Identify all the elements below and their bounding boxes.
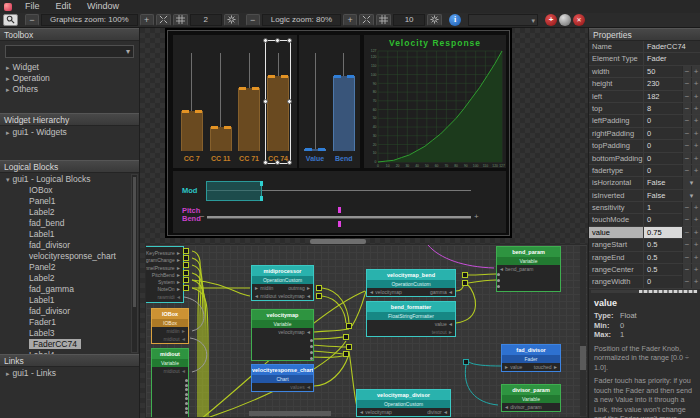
selection-handle[interactable]	[263, 38, 268, 43]
info-icon[interactable]: i	[449, 14, 461, 26]
logical-block-label2[interactable]: Label2	[0, 207, 139, 218]
stepper-minus-button[interactable]: −	[682, 128, 691, 140]
property-value[interactable]: FaderCC74	[643, 41, 700, 52]
node-graph-vertical-scrollbar[interactable]	[580, 246, 586, 416]
pitch-bend-plus[interactable]: +	[474, 212, 479, 221]
selection-handle[interactable]	[275, 38, 280, 43]
tree-expand-icon[interactable]: ▸	[6, 370, 10, 377]
property-value[interactable]: 0	[643, 165, 682, 177]
property-value[interactable]: 0	[643, 140, 682, 152]
property-row-isinverted[interactable]: isInvertedFalse▾	[589, 190, 700, 202]
node-bend_formatter[interactable]: bend_formatterFloatStringFormattervalue …	[366, 301, 456, 337]
node-divisor_param[interactable]: divisor_paramVariable◄ divisor_param	[501, 384, 561, 412]
chevron-down-icon[interactable]: ▾	[682, 177, 700, 189]
delete-button[interactable]: ✕	[573, 14, 585, 26]
property-row-leftpadding[interactable]: leftPadding0−+	[589, 115, 700, 127]
logical-blocks-scrollbar[interactable]	[131, 174, 138, 353]
graphics-grid-icon[interactable]	[173, 14, 188, 26]
node-velocityresponse_chart[interactable]: velocityresponse_chartChartvalues ◄	[251, 364, 314, 392]
stepper-plus-button[interactable]: +	[691, 140, 700, 152]
menu-window[interactable]: Window	[80, 0, 126, 13]
node-midiout[interactable]: midioutVariablemidiout ◄	[151, 348, 189, 418]
node-fad_divisor[interactable]: fad_divisorFader► valuetouched ►	[501, 344, 561, 372]
stepper-plus-button[interactable]: +	[691, 264, 700, 276]
property-row-left[interactable]: left182−+	[589, 91, 700, 103]
node-midiprocessor[interactable]: midiprocessorOperationCustom► midiinoutm…	[251, 265, 314, 301]
toolbox-item-others[interactable]: ▸Others	[0, 84, 139, 95]
property-row-top[interactable]: top8−+	[589, 103, 700, 115]
node-graph-canvas[interactable]: PolyKeyPressure ►ProgramChange ►ChannelP…	[145, 244, 588, 418]
property-row-value[interactable]: value0.75−+	[589, 227, 700, 239]
property-value[interactable]: 0.5	[643, 264, 682, 276]
stepper-plus-button[interactable]: +	[691, 239, 700, 251]
stepper-minus-button[interactable]: −	[682, 103, 691, 115]
logic-grid-size-field[interactable]: 10	[393, 14, 425, 26]
property-row-sensitivity[interactable]: sensitivity1−+	[589, 202, 700, 214]
stepper-plus-button[interactable]: +	[691, 214, 700, 226]
stepper-minus-button[interactable]: −	[682, 140, 691, 152]
toolbox-item-operation[interactable]: ▸Operation	[0, 73, 139, 84]
fader-cc11[interactable]: CC 11	[208, 35, 234, 168]
stepper-minus-button[interactable]: −	[682, 153, 691, 165]
fader-handle[interactable]	[334, 75, 341, 78]
stepper-minus-button[interactable]: −	[682, 91, 691, 103]
chevron-down-icon[interactable]: ▾	[682, 190, 700, 202]
property-value[interactable]: 8	[643, 103, 682, 115]
fader-handle[interactable]	[239, 87, 246, 90]
logical-block-fad_gamma[interactable]: fad_gamma	[0, 284, 139, 295]
stepper-minus-button[interactable]: −	[682, 115, 691, 127]
mod-fader[interactable]	[206, 181, 262, 201]
logical-block-label1[interactable]: Label1	[0, 295, 139, 306]
preset-combobox[interactable]: ▾	[468, 14, 538, 26]
logical-block-fad_divisor[interactable]: fad_divisor	[0, 240, 139, 251]
logic-grid-icon[interactable]	[376, 14, 391, 26]
property-value[interactable]: 230	[643, 78, 682, 90]
stepper-plus-button[interactable]: +	[691, 276, 700, 288]
pitch-bend-track[interactable]	[207, 216, 471, 219]
property-row-element type[interactable]: Element TypeFader	[589, 53, 700, 65]
stepper-plus-button[interactable]: +	[691, 153, 700, 165]
property-value[interactable]: 0	[643, 115, 682, 127]
stepper-plus-button[interactable]: +	[691, 252, 700, 264]
tree-expand-icon[interactable]: ▸	[6, 75, 10, 82]
graphics-fit-icon[interactable]	[156, 14, 171, 26]
toolbox-item-widget[interactable]: ▸Widget	[0, 62, 139, 73]
fader-cc71[interactable]: CC 71	[236, 35, 262, 168]
logical-blocks-root[interactable]: ▾gui1 - Logical Blocks	[0, 174, 139, 185]
logical-block-iobox[interactable]: IOBox	[0, 185, 139, 196]
logical-block-label1[interactable]: Label1	[0, 229, 139, 240]
fader-handle[interactable]	[211, 126, 218, 129]
logic-zoom-in-button[interactable]: +	[343, 14, 357, 26]
stepper-minus-button[interactable]: −	[682, 252, 691, 264]
stepper-plus-button[interactable]: +	[691, 128, 700, 140]
pitch-bend-minus[interactable]: −	[200, 212, 205, 221]
property-value[interactable]: 50	[643, 66, 682, 78]
stepper-minus-button[interactable]: −	[682, 239, 691, 251]
stepper-minus-button[interactable]: −	[682, 276, 691, 288]
property-value[interactable]: 0.75	[643, 227, 682, 239]
stepper-minus-button[interactable]: −	[682, 165, 691, 177]
property-value[interactable]: False	[643, 177, 682, 189]
property-row-rightpadding[interactable]: rightPadding0−+	[589, 128, 700, 140]
property-row-height[interactable]: height230−+	[589, 78, 700, 90]
stepper-plus-button[interactable]: +	[691, 103, 700, 115]
property-row-bottompadding[interactable]: bottomPadding0−+	[589, 153, 700, 165]
logical-block-fader1[interactable]: Fader1	[0, 317, 139, 328]
selection-handle[interactable]	[275, 160, 280, 165]
logical-block-fadercc74[interactable]: FaderCC74	[0, 339, 139, 350]
fader-cc7[interactable]: CC 7	[179, 35, 205, 168]
node-iobox[interactable]: IOBoxIOBoxmidiin ►midiout ◄	[151, 308, 189, 344]
stepper-minus-button[interactable]: −	[682, 264, 691, 276]
property-value[interactable]: 0	[643, 276, 682, 288]
logic-settings-gear-icon[interactable]	[427, 14, 442, 26]
node-bend_param[interactable]: bend_paramVariable◄ bend_param	[496, 246, 561, 292]
logical-block-label3[interactable]: Label3	[0, 328, 139, 339]
property-row-touchmode[interactable]: touchMode0−+	[589, 214, 700, 226]
property-value[interactable]: False	[643, 190, 682, 202]
logical-block-label2[interactable]: Label2	[0, 273, 139, 284]
property-row-name[interactable]: NameFaderCC74	[589, 41, 700, 53]
logical-block-panel2[interactable]: Panel2	[0, 262, 139, 273]
tree-expand-icon[interactable]: ▸	[6, 86, 10, 93]
property-value[interactable]: 0	[643, 153, 682, 165]
graphics-grid-size-field[interactable]: 2	[190, 14, 222, 26]
